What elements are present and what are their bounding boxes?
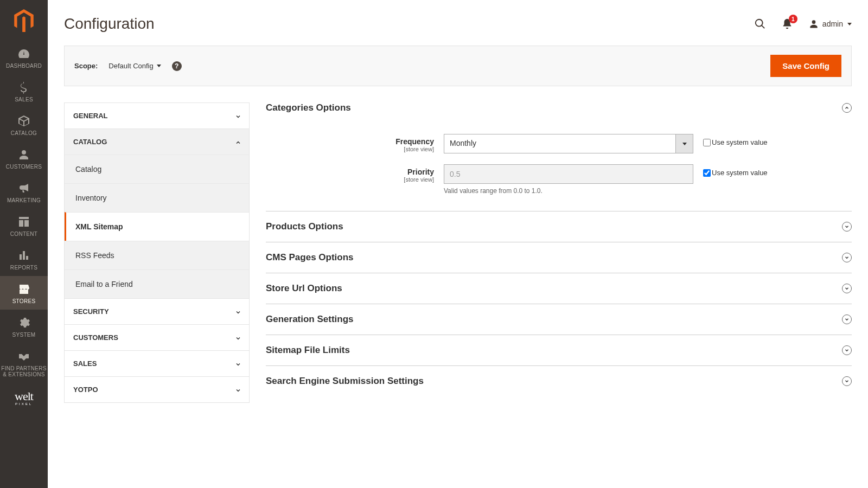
config-nav: GENERAL CATALOG Catalog Inventory XML Si… bbox=[64, 102, 250, 403]
config-group-general[interactable]: GENERAL bbox=[65, 103, 249, 129]
frequency-select[interactable]: Monthly bbox=[444, 134, 693, 153]
page-header: Configuration 1 admin bbox=[48, 0, 868, 33]
priority-use-system[interactable]: Use system value bbox=[703, 164, 768, 177]
nav-content[interactable]: CONTENT bbox=[0, 209, 48, 242]
section-store-url-options[interactable]: Store Url Options bbox=[266, 273, 852, 304]
frequency-use-system-checkbox[interactable] bbox=[703, 139, 711, 146]
megaphone-icon bbox=[17, 181, 30, 196]
store-icon bbox=[17, 281, 30, 297]
weltpixel-logo[interactable]: welt PIXEL bbox=[0, 383, 48, 412]
search-button[interactable] bbox=[754, 18, 766, 30]
nav-marketing[interactable]: MARKETING bbox=[0, 175, 48, 209]
gear-icon bbox=[17, 315, 30, 330]
section-products-options[interactable]: Products Options bbox=[266, 211, 852, 242]
section-search-engine-submission[interactable]: Search Engine Submission Settings bbox=[266, 366, 852, 396]
nav-customers[interactable]: CUSTOMERS bbox=[0, 142, 48, 175]
section-generation-settings[interactable]: Generation Settings bbox=[266, 304, 852, 335]
dollar-icon bbox=[17, 80, 30, 95]
layout-icon bbox=[17, 214, 30, 229]
field-frequency: Frequency [store view] Monthly Use syste… bbox=[266, 134, 852, 153]
magento-logo[interactable] bbox=[0, 0, 48, 41]
config-group-customers[interactable]: CUSTOMERS bbox=[65, 324, 249, 350]
collapse-up-icon bbox=[842, 103, 852, 113]
admin-sidebar: DASHBOARD SALES CATALOG CUSTOMERS MARKET… bbox=[0, 0, 48, 488]
expand-down-icon bbox=[842, 284, 852, 293]
priority-scope: [store view] bbox=[266, 176, 434, 183]
chevron-up-icon bbox=[235, 139, 240, 145]
expand-down-icon bbox=[842, 222, 852, 232]
nav-stores[interactable]: STORES bbox=[0, 276, 48, 310]
notifications-button[interactable]: 1 bbox=[781, 18, 793, 30]
chevron-down-icon bbox=[235, 309, 240, 314]
person-icon bbox=[17, 147, 30, 162]
gauge-icon bbox=[17, 46, 30, 61]
nav-sales[interactable]: SALES bbox=[0, 74, 48, 108]
frequency-scope: [store view] bbox=[266, 146, 434, 152]
config-item-catalog[interactable]: Catalog bbox=[65, 155, 249, 183]
chevron-down-icon bbox=[235, 387, 240, 393]
config-item-rss-feeds[interactable]: RSS Feeds bbox=[65, 241, 249, 269]
main-content: Configuration 1 admin Scope: Default Con… bbox=[48, 0, 868, 488]
priority-note: Valid values range from 0.0 to 1.0. bbox=[444, 187, 693, 195]
section-sitemap-file-limits[interactable]: Sitemap File Limits bbox=[266, 335, 852, 366]
scope-dropdown[interactable]: Default Config bbox=[108, 62, 161, 70]
save-config-button[interactable]: Save Config bbox=[770, 55, 841, 77]
priority-input[interactable] bbox=[444, 164, 693, 184]
nav-system[interactable]: SYSTEM bbox=[0, 310, 48, 343]
user-name: admin bbox=[822, 20, 843, 28]
expand-down-icon bbox=[842, 314, 852, 324]
nav-dashboard[interactable]: DASHBOARD bbox=[0, 41, 48, 74]
user-icon bbox=[808, 18, 819, 29]
chevron-down-icon bbox=[235, 335, 240, 341]
config-item-inventory[interactable]: Inventory bbox=[65, 183, 249, 212]
frequency-use-system[interactable]: Use system value bbox=[703, 134, 768, 146]
header-actions: 1 admin bbox=[754, 18, 852, 30]
expand-down-icon bbox=[842, 376, 852, 386]
frequency-label: Frequency bbox=[266, 137, 434, 146]
config-content: GENERAL CATALOG Catalog Inventory XML Si… bbox=[64, 102, 852, 403]
expand-down-icon bbox=[842, 345, 852, 355]
handshake-icon bbox=[17, 349, 30, 364]
settings-panel: Categories Options Frequency [store view… bbox=[266, 102, 852, 403]
config-item-xml-sitemap[interactable]: XML Sitemap bbox=[65, 212, 249, 241]
expand-down-icon bbox=[842, 253, 852, 262]
nav-catalog[interactable]: CATALOG bbox=[0, 108, 48, 142]
section-cms-pages-options[interactable]: CMS Pages Options bbox=[266, 242, 852, 273]
select-arrow-icon bbox=[675, 134, 693, 153]
notification-badge: 1 bbox=[789, 15, 797, 23]
priority-use-system-checkbox[interactable] bbox=[703, 169, 711, 177]
help-tooltip[interactable]: ? bbox=[172, 61, 182, 71]
user-menu[interactable]: admin bbox=[808, 18, 852, 29]
chevron-down-icon bbox=[235, 361, 240, 367]
nav-partners[interactable]: FIND PARTNERS & EXTENSIONS bbox=[0, 343, 48, 383]
chevron-down-icon bbox=[235, 113, 240, 119]
config-group-catalog[interactable]: CATALOG bbox=[65, 129, 249, 155]
config-group-yotpo[interactable]: YOTPO bbox=[65, 376, 249, 402]
toolbar: Scope: Default Config ? Save Config bbox=[64, 46, 852, 86]
box-icon bbox=[17, 113, 30, 129]
bar-chart-icon bbox=[17, 248, 30, 263]
search-icon bbox=[754, 18, 766, 30]
caret-down-icon bbox=[847, 23, 852, 25]
field-priority: Priority [store view] Valid values range… bbox=[266, 164, 852, 195]
page-title: Configuration bbox=[64, 15, 155, 33]
config-group-security[interactable]: SECURITY bbox=[65, 298, 249, 324]
caret-down-icon bbox=[157, 65, 161, 67]
section-categories-options[interactable]: Categories Options bbox=[266, 102, 852, 123]
scope-selector: Scope: Default Config ? bbox=[74, 61, 182, 71]
config-item-email-friend[interactable]: Email to a Friend bbox=[65, 269, 249, 298]
config-group-sales[interactable]: SALES bbox=[65, 350, 249, 376]
nav-reports[interactable]: REPORTS bbox=[0, 242, 48, 276]
scope-label: Scope: bbox=[74, 62, 98, 70]
priority-label: Priority bbox=[266, 168, 434, 176]
